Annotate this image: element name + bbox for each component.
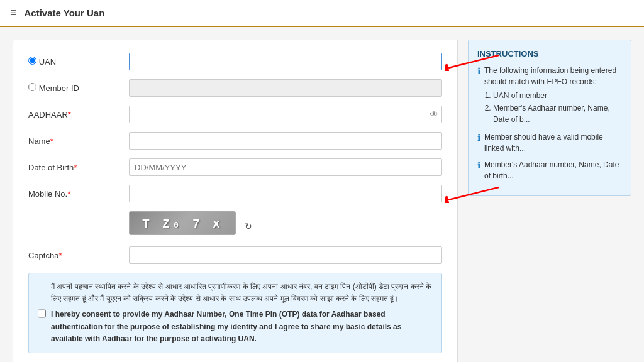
dob-required: * <box>74 163 77 172</box>
svg-line-3 <box>448 187 499 200</box>
name-label: Name <box>28 136 50 146</box>
captcha-required: * <box>58 251 62 260</box>
instruction-text-3: Member's Aadhaar number, Name, Date of b… <box>484 159 622 182</box>
member-id-label: Member ID <box>39 84 79 93</box>
dob-input[interactable] <box>129 158 442 176</box>
instruction-text-2: Member should have a valid mobile linked… <box>484 131 622 154</box>
uan-arrow <box>445 52 502 71</box>
instruction-item-2: ℹ Member should have a valid mobile link… <box>477 131 622 154</box>
svg-line-1 <box>448 55 499 68</box>
info-icon-1: ℹ <box>477 65 480 126</box>
consent-hindi-text: मैं अपनी पहचान स्थापित करने के उद्देश्य … <box>51 281 433 305</box>
consent-box: मैं अपनी पहचान स्थापित करने के उद्देश्य … <box>28 273 442 353</box>
mobile-required: * <box>67 189 70 199</box>
captcha-image: T Z₀ 7 x <box>129 211 236 235</box>
instruction-item-1: ℹ The following information being entere… <box>477 65 622 126</box>
aadhaar-input[interactable] <box>129 106 442 123</box>
mobile-row: Mobile No.* <box>28 185 442 202</box>
name-required: * <box>50 136 53 146</box>
aadhaar-required: * <box>68 110 71 119</box>
instruction-text-1: The following information being entered … <box>484 66 616 86</box>
menu-icon[interactable]: ≡ <box>10 6 17 19</box>
name-input[interactable] <box>129 132 442 150</box>
member-id-input[interactable] <box>129 79 442 97</box>
form-panel: UAN Member ID <box>13 40 458 362</box>
mobile-label: Mobile No. <box>28 189 67 199</box>
captcha-row: Captcha* <box>28 246 442 264</box>
dob-label: Date of Birth <box>28 163 74 172</box>
member-id-row: Member ID <box>28 79 442 97</box>
info-icon-3: ℹ <box>477 159 480 182</box>
consent-english-text: I hereby consent to provide my Aadhaar N… <box>51 309 433 345</box>
header: ≡ Activate Your Uan <box>0 0 644 27</box>
captcha-label: Captcha <box>28 251 58 260</box>
name-row: Name* <box>28 132 442 150</box>
consent-checkbox[interactable] <box>38 282 46 345</box>
captcha-input[interactable] <box>129 246 442 264</box>
eye-icon[interactable]: 👁 <box>430 109 438 119</box>
instruction-item-3: ℹ Member's Aadhaar number, Name, Date of… <box>477 159 622 182</box>
uan-row: UAN <box>28 53 442 70</box>
aadhaar-label: AADHAAR <box>28 110 68 119</box>
mobile-input[interactable] <box>129 185 442 202</box>
member-id-radio[interactable] <box>28 83 36 91</box>
aadhaar-row: AADHAAR* 👁 <box>28 106 442 123</box>
page-title: Activate Your Uan <box>25 8 105 18</box>
uan-input[interactable] <box>129 53 442 70</box>
instruction-sub-2: Member's Aadhaar number, Name, Date of b… <box>493 102 622 125</box>
uan-label: UAN <box>39 57 56 67</box>
instruction-sub-1: UAN of member <box>493 90 622 101</box>
uan-radio[interactable] <box>28 57 36 65</box>
dob-row: Date of Birth* <box>28 158 442 176</box>
info-icon-2: ℹ <box>477 131 480 154</box>
captcha-image-row: T Z₀ 7 x ↻ <box>28 211 442 241</box>
refresh-icon[interactable]: ↻ <box>245 221 252 231</box>
mobile-arrow <box>445 184 502 203</box>
